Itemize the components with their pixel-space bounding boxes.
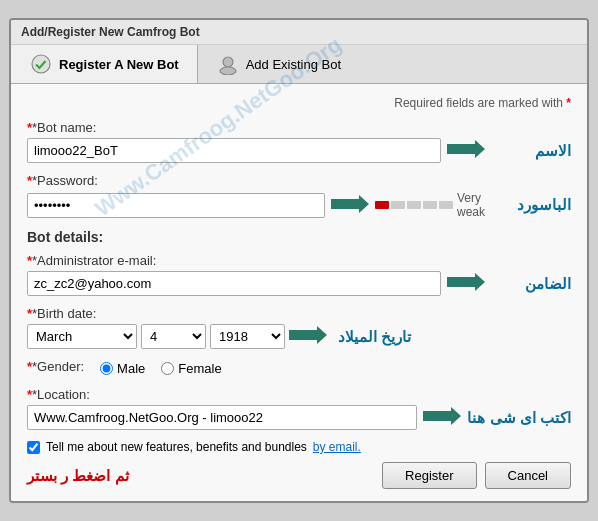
bar-seg-5 (439, 201, 453, 209)
bar-seg-2 (391, 201, 405, 209)
birth-day-select[interactable]: 1234 56789 1015202531 (141, 324, 206, 349)
gender-female-radio[interactable] (161, 362, 174, 375)
required-note: Required fields are marked with * (27, 96, 571, 110)
gender-label: **Gender: (27, 359, 84, 374)
arabic-email-label: الضامن (491, 275, 571, 293)
existing-tab-icon (216, 52, 240, 76)
password-input[interactable] (27, 193, 325, 218)
register-button[interactable]: Register (382, 462, 476, 489)
strength-text: Very weak (457, 191, 485, 219)
svg-marker-4 (331, 195, 369, 213)
birth-year-select[interactable]: 1910191219141916 191819201922 (210, 324, 285, 349)
admin-email-input[interactable] (27, 271, 441, 296)
tab-register[interactable]: Register A New Bot (11, 45, 198, 83)
location-input[interactable] (27, 405, 417, 430)
form-content: Www.Camfroog.NetGoo.Org Required fields … (11, 84, 587, 501)
email-link[interactable]: by email. (313, 440, 361, 454)
svg-point-1 (223, 57, 233, 67)
bar-seg-1 (375, 201, 389, 209)
gender-male-radio[interactable] (100, 362, 113, 375)
bot-name-arrow (447, 138, 485, 163)
checkbox-row: Tell me about new features, benefits and… (27, 440, 571, 454)
tab-bar: Register A New Bot Add Existing Bot (11, 45, 587, 84)
arabic-location-label: اكتب اى شى هنا (467, 409, 571, 427)
arabic-password-label: الباسورد (491, 196, 571, 214)
svg-point-2 (220, 67, 236, 75)
birth-arrow (289, 324, 327, 349)
title-bar: Add/Register New Camfrog Bot (11, 20, 587, 45)
gender-male-option[interactable]: Male (100, 361, 145, 376)
checkbox-text: Tell me about new features, benefits and… (46, 440, 307, 454)
password-row: Very weak الباسورد (27, 191, 571, 219)
birth-date-row: JanuaryFebruaryMarchApril MayJuneJulyAug… (27, 324, 571, 349)
arabic-birth-label: تاريخ الميلاد (331, 328, 411, 346)
svg-marker-6 (289, 326, 327, 344)
admin-email-row: الضامن (27, 271, 571, 296)
arabic-bottom-label: ثم اضغط ر بستر (27, 467, 129, 485)
bot-name-row: الاسم (27, 138, 571, 163)
strength-visual (375, 201, 453, 209)
required-star: * (566, 96, 571, 110)
location-row: اكتب اى شى هنا (27, 405, 571, 430)
svg-point-0 (32, 55, 50, 73)
section-header: Bot details: (27, 229, 571, 245)
svg-marker-3 (447, 140, 485, 158)
birth-date-label: **Birth date: (27, 306, 571, 321)
location-arrow (423, 405, 461, 430)
tab-existing[interactable]: Add Existing Bot (198, 45, 359, 83)
strength-bar: Very weak (375, 191, 485, 219)
svg-marker-5 (447, 273, 485, 291)
gender-female-option[interactable]: Female (161, 361, 221, 376)
location-label: **Location: (27, 387, 571, 402)
register-tab-label: Register A New Bot (59, 57, 179, 72)
bar-seg-3 (407, 201, 421, 209)
arabic-name-label: الاسم (491, 142, 571, 160)
dialog-container: Add/Register New Camfrog Bot Register A … (9, 18, 589, 503)
email-arrow (447, 271, 485, 296)
existing-tab-label: Add Existing Bot (246, 57, 341, 72)
gender-row: **Gender: Male Female (27, 359, 571, 377)
admin-email-label: **Administrator e-mail: (27, 253, 571, 268)
bottom-row: ثم اضغط ر بستر Register Cancel (27, 462, 571, 489)
bot-name-label: **Bot name: (27, 120, 571, 135)
email-notify-checkbox[interactable] (27, 441, 40, 454)
cancel-button[interactable]: Cancel (485, 462, 571, 489)
bot-name-input[interactable] (27, 138, 441, 163)
birth-month-select[interactable]: JanuaryFebruaryMarchApril MayJuneJulyAug… (27, 324, 137, 349)
bar-seg-4 (423, 201, 437, 209)
svg-marker-7 (423, 407, 461, 425)
dialog-title: Add/Register New Camfrog Bot (21, 25, 200, 39)
gender-female-label: Female (178, 361, 221, 376)
password-arrow (331, 193, 369, 218)
register-tab-icon (29, 52, 53, 76)
gender-male-label: Male (117, 361, 145, 376)
password-label: **Password: (27, 173, 571, 188)
button-group: Register Cancel (382, 462, 571, 489)
